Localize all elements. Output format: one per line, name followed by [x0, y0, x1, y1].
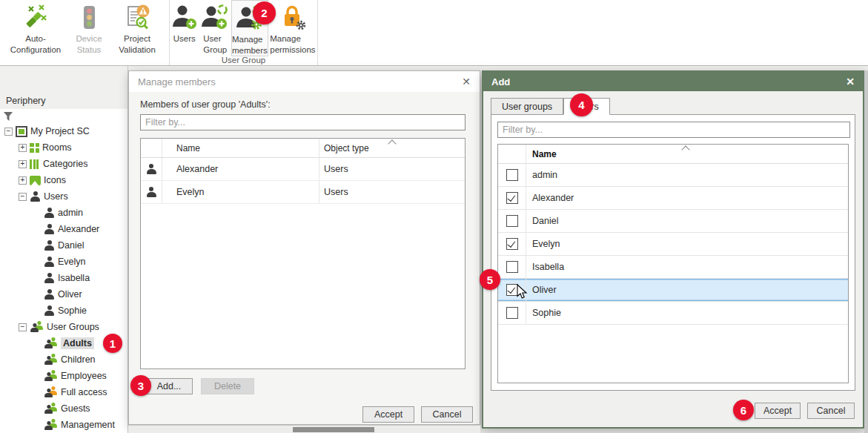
- tree-item-daniel[interactable]: Daniel: [0, 237, 127, 254]
- member-name-cell: Alexander: [162, 158, 319, 180]
- periphery-panel: Periphery −My Project SC+Rooms+Categorie…: [0, 66, 128, 433]
- unchecked-checkbox-icon[interactable]: [506, 169, 518, 181]
- step-badge-1: 1: [103, 334, 122, 353]
- expand-icon[interactable]: +: [19, 160, 27, 168]
- tab-user-groups[interactable]: User groups: [491, 98, 563, 115]
- tree-item-label: admin: [58, 208, 83, 218]
- list-item-alexander[interactable]: Alexander: [498, 187, 848, 210]
- tree-item-label: Categories: [43, 159, 87, 169]
- manage-permissions-button[interactable]: Manage permissions: [268, 0, 317, 56]
- step-badge-2: 2: [253, 1, 276, 24]
- tree-item-adults[interactable]: Adults1: [0, 335, 127, 351]
- user-group-icon: [44, 386, 58, 398]
- tree-item-employees[interactable]: Employees: [0, 368, 127, 384]
- checked-checkbox-icon[interactable]: [506, 192, 518, 204]
- checked-checkbox-icon[interactable]: [506, 238, 518, 250]
- list-item-daniel[interactable]: Daniel: [498, 210, 848, 233]
- tree-item-user-groups[interactable]: −User Groups: [0, 319, 127, 335]
- user-icon: [44, 257, 55, 267]
- user-icon: [44, 208, 55, 218]
- member-object-type-cell: Users: [319, 181, 465, 203]
- project-validation-button[interactable]: Project Validation: [110, 2, 165, 55]
- user-group-icon: [44, 354, 58, 366]
- user-icon-cell: [141, 158, 162, 180]
- tree-item-guests[interactable]: Guests: [0, 400, 127, 417]
- tree-item-management[interactable]: Management: [0, 417, 127, 433]
- members-table: Name Object type AlexanderUsersEvelynUse…: [140, 138, 466, 369]
- users-button[interactable]: Users: [170, 0, 199, 56]
- checkbox-column-header[interactable]: [498, 145, 526, 163]
- traffic-light-icon: [76, 2, 102, 33]
- user-group-label: User Group: [203, 33, 227, 55]
- tree-item-rooms[interactable]: +Rooms: [0, 139, 127, 156]
- user-name-cell: admin: [526, 170, 848, 180]
- expand-icon[interactable]: +: [19, 144, 27, 152]
- users-filter-input[interactable]: Filter by...: [497, 122, 850, 138]
- mouse-cursor-icon: [517, 284, 528, 302]
- list-item-sophie[interactable]: Sophie: [498, 302, 848, 325]
- front-person-icon: [44, 356, 53, 365]
- unchecked-checkbox-icon[interactable]: [506, 307, 518, 319]
- collapse-icon[interactable]: −: [19, 323, 27, 331]
- horizontal-scrollbar[interactable]: [128, 425, 480, 433]
- users-list: Name adminAlexanderDanielEvelynIsabellaO…: [497, 144, 849, 383]
- unchecked-checkbox-icon[interactable]: [506, 215, 518, 227]
- tree-item-children[interactable]: Children: [0, 351, 127, 368]
- vertical-scrollbar[interactable]: [864, 70, 868, 433]
- scrollbar-thumb[interactable]: [293, 427, 374, 432]
- table-row-alexander[interactable]: AlexanderUsers: [141, 158, 465, 181]
- user-icon: [146, 187, 157, 197]
- icon-column-header[interactable]: [141, 139, 162, 157]
- tree-item-label: Rooms: [42, 142, 72, 153]
- tree-item-label: Alexander: [58, 224, 99, 234]
- add-accept-button[interactable]: Accept: [755, 403, 801, 419]
- list-item-oliver[interactable]: Oliver: [498, 279, 848, 302]
- checkbox-cell: [498, 210, 526, 232]
- tree-item-my-project-sc[interactable]: −My Project SC: [0, 123, 127, 139]
- tree-filter-row[interactable]: [0, 109, 127, 124]
- unchecked-checkbox-icon[interactable]: [506, 261, 518, 273]
- user-group-button[interactable]: User Group: [199, 0, 231, 56]
- device-status-label: Device Status: [76, 33, 102, 55]
- members-cancel-button[interactable]: Cancel: [421, 406, 473, 423]
- add-cancel-button[interactable]: Cancel: [807, 403, 855, 419]
- magic-wand-icon: [21, 2, 50, 33]
- tree-item-categories[interactable]: +Categories: [0, 156, 127, 172]
- close-icon[interactable]: ✕: [846, 76, 855, 87]
- tree-item-isabella[interactable]: Isabella: [0, 270, 127, 286]
- members-accept-button[interactable]: Accept: [362, 406, 414, 423]
- expand-icon[interactable]: +: [19, 176, 27, 185]
- users-list-rows: adminAlexanderDanielEvelynIsabellaOliver…: [498, 164, 848, 325]
- collapse-icon[interactable]: −: [19, 193, 27, 201]
- collapse-icon[interactable]: −: [4, 128, 13, 136]
- tree-item-sophie[interactable]: Sophie: [0, 303, 127, 319]
- validation-doc-icon: [123, 2, 151, 33]
- front-person-icon: [44, 405, 53, 414]
- close-icon[interactable]: ✕: [462, 76, 471, 87]
- tree-item-full-access[interactable]: Full access: [0, 384, 127, 400]
- add-button[interactable]: Add...: [145, 378, 193, 394]
- list-item-isabella[interactable]: Isabella: [498, 256, 848, 279]
- tree-item-icons[interactable]: +Icons: [0, 172, 127, 188]
- tree-item-label: Sophie: [58, 305, 87, 316]
- user-group-icon: [44, 337, 58, 349]
- manage-members-titlebar: Manage members ✕: [129, 71, 480, 92]
- tree-item-admin[interactable]: admin: [0, 205, 127, 221]
- name-column-header[interactable]: Name: [162, 139, 319, 157]
- add-dialog-title: Add: [491, 76, 510, 87]
- tree-item-label: Guests: [61, 403, 90, 414]
- user-icon: [44, 224, 55, 234]
- tree-item-alexander[interactable]: Alexander: [0, 221, 127, 237]
- add-dialog-titlebar: Add ✕: [483, 72, 863, 91]
- table-row-evelyn[interactable]: EvelynUsers: [141, 181, 465, 204]
- tree-item-users[interactable]: −Users: [0, 188, 127, 205]
- members-filter-input[interactable]: Filter by...: [140, 114, 466, 130]
- step-badge-5: 5: [480, 269, 500, 290]
- list-item-admin[interactable]: admin: [498, 164, 848, 187]
- checkbox-cell: [498, 164, 526, 186]
- list-item-evelyn[interactable]: Evelyn: [498, 233, 848, 256]
- tree-item-oliver[interactable]: Oliver: [0, 286, 127, 303]
- auto-configuration-button[interactable]: Auto- Configuration: [3, 2, 68, 55]
- auto-configuration-label: Auto- Configuration: [10, 33, 61, 55]
- tree-item-evelyn[interactable]: Evelyn: [0, 254, 127, 270]
